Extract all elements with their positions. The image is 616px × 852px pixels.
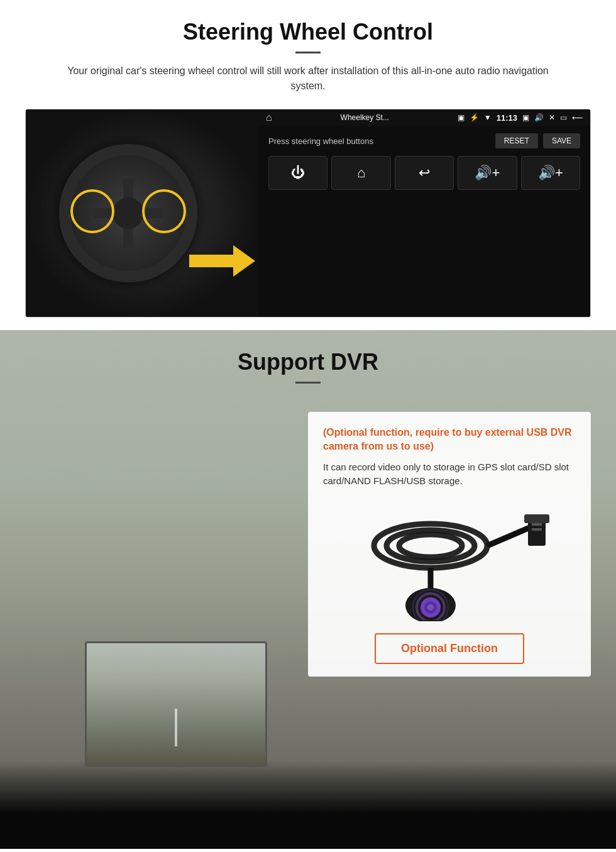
svg-rect-7 bbox=[532, 523, 542, 526]
optional-function-button[interactable]: Optional Function bbox=[375, 633, 524, 664]
cable-coil-group bbox=[374, 514, 549, 621]
wheelkey-action-buttons: RESET SAVE bbox=[495, 133, 580, 148]
steering-wheel-graphic bbox=[59, 144, 197, 282]
steering-wheel-bg bbox=[26, 109, 258, 317]
android-statusbar: ⌂ Wheelkey St... ▣ ⚡ ▼ 11:13 ▣ 🔊 ✕ ▭ ⟵ bbox=[258, 109, 590, 126]
steering-wheel-section: Steering Wheel Control Your original car… bbox=[0, 0, 616, 330]
wheelkey-content: Press steering wheel buttons RESET SAVE … bbox=[258, 126, 590, 317]
android-screen: ⌂ Wheelkey St... ▣ ⚡ ▼ 11:13 ▣ 🔊 ✕ ▭ ⟵ P… bbox=[258, 109, 590, 317]
reset-button[interactable]: RESET bbox=[495, 133, 538, 148]
dvr-title-divider bbox=[295, 382, 321, 384]
back-arrow-icon: ↩ bbox=[419, 165, 430, 181]
save-button[interactable]: SAVE bbox=[543, 133, 580, 148]
svg-marker-0 bbox=[189, 245, 255, 277]
home-icon-cell[interactable]: ⌂ bbox=[331, 156, 390, 190]
wifi-icon: ▼ bbox=[484, 113, 492, 122]
sim-icon: ▣ bbox=[458, 113, 465, 122]
dvr-title: Support DVR bbox=[25, 349, 591, 375]
screen-icon: ▭ bbox=[560, 113, 567, 122]
volume-up-icon: 🔊+ bbox=[475, 165, 500, 181]
dvr-inset-screen bbox=[85, 641, 267, 767]
svg-point-13 bbox=[427, 604, 434, 611]
power-icon: ⏻ bbox=[291, 165, 305, 181]
usb-icon: ⚡ bbox=[470, 113, 479, 122]
sound-icon: 🔊 bbox=[534, 113, 544, 122]
dvr-camera-illustration bbox=[323, 499, 576, 624]
home-icon-btn: ⌂ bbox=[357, 165, 365, 181]
road-center-line bbox=[175, 709, 177, 746]
wheelkey-header: Press steering wheel buttons RESET SAVE bbox=[268, 133, 580, 148]
wheel-center-hub bbox=[113, 197, 144, 229]
status-time: 11:13 bbox=[497, 113, 517, 123]
svg-rect-6 bbox=[524, 514, 549, 523]
vol-up-icon-cell[interactable]: 🔊+ bbox=[458, 156, 517, 190]
back-icon-cell[interactable]: ↩ bbox=[395, 156, 454, 190]
steering-wheel-photo bbox=[26, 109, 258, 317]
svg-rect-16 bbox=[423, 620, 438, 621]
svg-rect-8 bbox=[532, 528, 542, 531]
camera-icon: ▣ bbox=[522, 113, 529, 122]
swc-demo-panel: ⌂ Wheelkey St... ▣ ⚡ ▼ 11:13 ▣ 🔊 ✕ ▭ ⟵ P… bbox=[25, 109, 591, 318]
swc-description: Your original car's steering wheel contr… bbox=[50, 64, 566, 94]
svg-point-3 bbox=[399, 534, 462, 557]
volume-up2-icon: 🔊+ bbox=[538, 165, 563, 181]
power-icon-cell[interactable]: ⏻ bbox=[268, 156, 327, 190]
dvr-header: Support DVR bbox=[0, 330, 616, 396]
svg-line-4 bbox=[487, 527, 531, 546]
press-steering-text: Press steering wheel buttons bbox=[268, 136, 373, 146]
vol-up2-icon-cell[interactable]: 🔊+ bbox=[521, 156, 580, 190]
swc-title: Steering Wheel Control bbox=[25, 19, 591, 45]
dvr-camera-svg bbox=[330, 502, 569, 621]
wheelkey-icons-row: ⏻ ⌂ ↩ 🔊+ 🔊+ bbox=[268, 156, 580, 190]
dvr-description: It can record video only to storage in G… bbox=[323, 460, 576, 489]
dvr-info-card: (Optional function, require to buy exter… bbox=[308, 412, 591, 677]
direction-arrow bbox=[183, 242, 258, 282]
swc-title-divider bbox=[295, 52, 321, 53]
app-title-label: Wheelkey St... bbox=[277, 113, 453, 122]
steering-wheel-rim bbox=[59, 144, 197, 282]
car-interior-strip bbox=[0, 761, 616, 849]
back-icon: ⟵ bbox=[572, 113, 583, 122]
x-icon: ✕ bbox=[549, 113, 555, 122]
dvr-optional-text: (Optional function, require to buy exter… bbox=[323, 426, 576, 454]
home-icon: ⌂ bbox=[266, 112, 272, 123]
dvr-inset-footage bbox=[87, 643, 265, 765]
dvr-section: Support DVR (Optional function, require … bbox=[0, 330, 616, 849]
